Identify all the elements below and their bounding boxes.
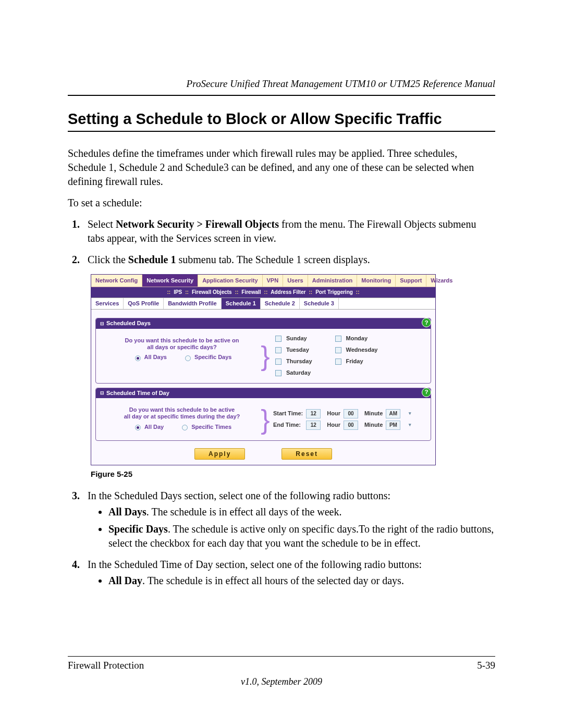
checkbox-saturday[interactable]: Saturday <box>273 368 312 378</box>
end-hour-input[interactable]: 12 <box>306 421 321 430</box>
running-header: ProSecure Unified Threat Management UTM1… <box>68 78 495 96</box>
subnav-sep-icon: :: <box>167 289 170 295</box>
step-2: Click the Schedule 1 submenu tab. The Sc… <box>82 253 495 267</box>
time-question: Do you want this schedule to be active a… <box>102 403 262 436</box>
sub-nav: :: IPS :: Firewall Objects :: Firewall :… <box>91 287 435 298</box>
main-nav: Network Config Network Security Applicat… <box>91 275 435 287</box>
footer-rule <box>68 656 495 657</box>
start-ampm-select[interactable]: AM <box>386 409 400 418</box>
nav-network-config[interactable]: Network Config <box>91 275 142 287</box>
minute-label: Minute <box>364 410 383 417</box>
subnav-sep-icon: :: <box>309 289 313 295</box>
collapse-icon[interactable]: ⊟ <box>100 321 104 327</box>
embedded-screenshot: Network Config Network Security Applicat… <box>91 274 436 465</box>
days-question: Do you want this schedule to be active o… <box>102 334 262 378</box>
procedure-list: Select Network Security > Firewall Objec… <box>68 217 495 267</box>
day-checkboxes: Sunday Tuesday Thursday Saturday Monday … <box>269 334 424 378</box>
panel-scheduled-time: ? ⊟ Scheduled Time of Day Do you want th… <box>95 388 431 441</box>
subnav-firewall[interactable]: Firewall <box>241 289 261 295</box>
tab-bandwidth-profile[interactable]: Bandwidth Profile <box>164 298 222 309</box>
tab-qos-profile[interactable]: QoS Profile <box>124 298 164 309</box>
end-minute-input[interactable]: 00 <box>344 421 358 430</box>
time-grid: Start Time: 12 Hour 00 Minute AM ▾ End T… <box>273 409 414 430</box>
step-4-bullet-1: All Day. The schedule is in effect all h… <box>108 574 495 588</box>
subnav-firewall-objects[interactable]: Firewall Objects <box>192 289 232 295</box>
start-hour-input[interactable]: 12 <box>306 409 321 418</box>
nav-monitoring[interactable]: Monitoring <box>357 275 396 287</box>
intro-paragraph: Schedules define the timeframes under wh… <box>68 146 495 189</box>
button-row: Apply Reset <box>95 445 431 462</box>
checkbox-thursday[interactable]: Thursday <box>273 357 312 366</box>
step-3-bullet-1: All Days. The schedule is in effect all … <box>108 505 495 519</box>
radio-specific-days[interactable]: Specific Days <box>182 354 232 361</box>
start-minute-input[interactable]: 00 <box>344 409 358 418</box>
nav-network-security[interactable]: Network Security <box>142 275 198 287</box>
footer-version: v1.0, September 2009 <box>68 676 495 687</box>
tab-services[interactable]: Services <box>91 298 124 309</box>
subnav-sep-icon: :: <box>264 289 268 295</box>
chevron-down-icon[interactable]: ▾ <box>407 410 413 418</box>
subnav-sep-icon: :: <box>356 289 360 295</box>
page-title: Setting a Schedule to Block or Allow Spe… <box>68 110 495 128</box>
start-time-label: Start Time: <box>273 410 303 417</box>
reset-button[interactable]: Reset <box>282 448 332 460</box>
nav-users[interactable]: Users <box>283 275 308 287</box>
brace-icon: } <box>262 403 269 436</box>
subnav-port-triggering[interactable]: Port Triggering <box>315 289 353 295</box>
minute-label: Minute <box>364 422 383 428</box>
checkbox-wednesday[interactable]: Wednesday <box>333 346 378 355</box>
nav-application-security[interactable]: Application Security <box>198 275 262 287</box>
tab-schedule-2[interactable]: Schedule 2 <box>261 298 300 309</box>
nav-wizards[interactable]: Wizards <box>426 275 457 287</box>
radio-all-days[interactable]: All Days <box>132 354 167 361</box>
page-footer: Firewall Protection 5-39 v1.0, September… <box>68 640 495 687</box>
subnav-sep-icon: :: <box>185 289 189 295</box>
collapse-icon[interactable]: ⊟ <box>100 390 104 396</box>
nav-administration[interactable]: Administration <box>308 275 358 287</box>
checkbox-monday[interactable]: Monday <box>333 334 378 343</box>
step-3-bullet-2: Specific Days. The schedule is active on… <box>108 522 495 550</box>
nav-vpn[interactable]: VPN <box>263 275 284 287</box>
tertiary-tabs: Services QoS Profile Bandwidth Profile S… <box>91 298 435 310</box>
radio-all-day[interactable]: All Day <box>132 423 164 430</box>
subnav-ips[interactable]: IPS <box>174 289 182 295</box>
end-ampm-select[interactable]: PM <box>386 421 400 430</box>
checkbox-sunday[interactable]: Sunday <box>273 334 312 343</box>
hour-label: Hour <box>327 410 340 417</box>
title-rule <box>68 131 495 132</box>
chevron-down-icon[interactable]: ▾ <box>407 421 413 429</box>
tab-schedule-1[interactable]: Schedule 1 <box>222 298 261 309</box>
footer-page-number: 5-39 <box>477 660 495 671</box>
brace-icon: } <box>262 334 269 378</box>
checkbox-tuesday[interactable]: Tuesday <box>273 346 312 355</box>
document-page: ProSecure Unified Threat Management UTM1… <box>0 0 563 728</box>
step-4: In the Scheduled Time of Day section, se… <box>82 558 495 588</box>
panel-header-time: ⊟ Scheduled Time of Day <box>96 388 431 398</box>
figure-caption: Figure 5-25 <box>91 470 495 478</box>
subnav-sep-icon: :: <box>235 289 239 295</box>
footer-section: Firewall Protection <box>68 660 144 671</box>
step-3: In the Scheduled Days section, select on… <box>82 489 495 550</box>
panel-scheduled-days: ? ⊟ Scheduled Days Do you want this sche… <box>95 318 431 383</box>
apply-button[interactable]: Apply <box>194 448 245 460</box>
procedure-list-continued: In the Scheduled Days section, select on… <box>68 489 495 588</box>
checkbox-friday[interactable]: Friday <box>333 357 378 366</box>
tab-schedule-3[interactable]: Schedule 3 <box>300 298 339 309</box>
lead-in: To set a schedule: <box>68 196 495 210</box>
hour-label: Hour <box>327 422 340 428</box>
radio-specific-times[interactable]: Specific Times <box>179 423 231 430</box>
panel-header-days: ⊟ Scheduled Days <box>96 318 431 328</box>
nav-support[interactable]: Support <box>396 275 426 287</box>
subnav-address-filter[interactable]: Address Filter <box>271 289 305 295</box>
help-icon[interactable]: ? <box>422 388 431 397</box>
step-1: Select Network Security > Firewall Objec… <box>82 217 495 245</box>
end-time-label: End Time: <box>273 422 303 428</box>
form-canvas: ? ⊟ Scheduled Days Do you want this sche… <box>91 310 435 465</box>
